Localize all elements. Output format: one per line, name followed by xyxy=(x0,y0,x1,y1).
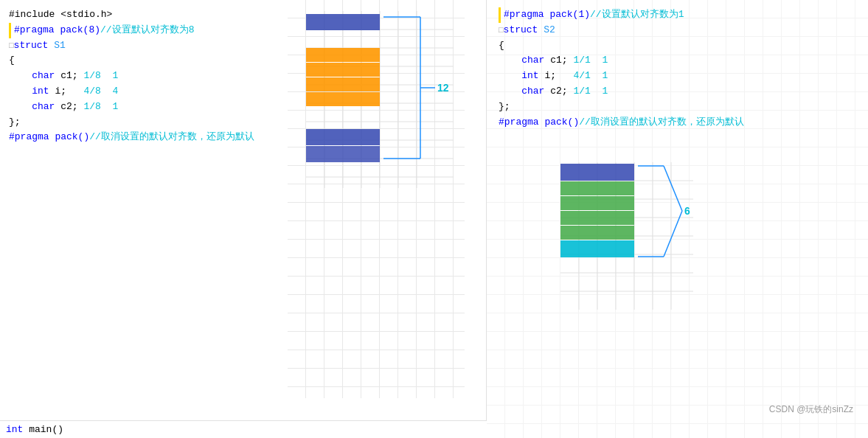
code-line-pragma2: #pragma pack()//取消设置的默认对齐数，还原为默认 xyxy=(9,130,477,145)
right-field-c2-name: c2; xyxy=(544,84,573,100)
code-line-brace-open: { xyxy=(9,53,477,69)
right-field-i-line: int i; 4/1 1 xyxy=(499,69,859,84)
right-pragma-kw2: #pragma pack() xyxy=(499,115,579,131)
field-c1-name: c1; xyxy=(55,69,83,84)
right-field-c2-indent xyxy=(499,84,521,100)
right-brace-close: }; xyxy=(499,100,510,115)
code-line-brace-close: }; xyxy=(9,115,477,131)
watermark: CSDN @玩铁的sinZz xyxy=(769,403,853,416)
right-brace-close-line: }; xyxy=(499,100,859,115)
right-pragma2-line: #pragma pack()//取消设置的默认对齐数，还原为默认 xyxy=(499,115,859,131)
right-panel: #pragma pack(1)//设置默认对齐数为1 □struct S2 { … xyxy=(487,0,868,438)
space1 xyxy=(48,38,54,54)
brace-open: { xyxy=(9,53,15,69)
int-keyword: int xyxy=(32,84,49,100)
code-line-struct: □struct S1 xyxy=(9,38,477,54)
brace-close: }; xyxy=(9,115,21,131)
right-char-kw2: char xyxy=(521,84,544,100)
right-int-kw: int xyxy=(521,69,538,84)
field-c2-name: c2; xyxy=(55,100,83,115)
left-panel: #include <stdio.h> #pragma pack(8)//设置默认… xyxy=(0,0,487,438)
code-line-field-i: int i; 4/8 4 xyxy=(9,84,477,100)
pragma-comment2: //取消设置的默认对齐数，还原为默认 xyxy=(89,130,254,145)
right-pragma1-line: #pragma pack(1)//设置默认对齐数为1 xyxy=(499,7,859,23)
main-container: #include <stdio.h> #pragma pack(8)//设置默认… xyxy=(0,0,868,438)
char-keyword2: char xyxy=(32,100,55,115)
right-struct-line: □struct S2 xyxy=(499,23,859,38)
right-pragma-kw1: #pragma pack(1) xyxy=(504,7,590,23)
field-c2-indent xyxy=(9,100,32,115)
field-i-info: 4/8 4 xyxy=(83,84,118,100)
right-pragma-comment1: //设置默认对齐数为1 xyxy=(590,7,684,23)
right-code-area: #pragma pack(1)//设置默认对齐数为1 □struct S2 { … xyxy=(487,0,868,136)
char-keyword1: char xyxy=(32,69,55,84)
right-struct-kw: struct xyxy=(504,23,538,38)
field-i-indent xyxy=(9,84,32,100)
right-c1-info: 1/1 1 xyxy=(573,53,608,69)
right-struct-s2-name: S2 xyxy=(544,23,555,38)
right-brace-open: { xyxy=(499,38,504,54)
collapse-icon: □ xyxy=(9,40,14,53)
include-text: #include <stdio.h> xyxy=(9,7,112,23)
right-i-info: 4/1 1 xyxy=(573,69,608,84)
right-field-c1-indent xyxy=(499,53,521,69)
bottom-main: main() xyxy=(23,424,63,435)
right-field-i-indent xyxy=(499,69,521,84)
right-space xyxy=(538,23,544,38)
field-i-name: i; xyxy=(49,84,84,100)
bottom-code-area: int main() xyxy=(0,420,487,438)
pragma-comment1: //设置默认对齐数为8 xyxy=(100,23,194,38)
right-char-kw1: char xyxy=(521,53,544,69)
right-field-c1-line: char c1; 1/1 1 xyxy=(499,53,859,69)
right-brace-open-line: { xyxy=(499,38,859,54)
struct-keyword: struct xyxy=(14,38,49,54)
bottom-int-keyword: int xyxy=(6,424,23,435)
field-c1-info: 1/8 1 xyxy=(83,69,118,84)
field-c2-info: 1/8 1 xyxy=(83,100,118,115)
field-c1 xyxy=(9,69,32,84)
watermark-text: CSDN @玩铁的sinZz xyxy=(769,404,853,414)
code-line-include: #include <stdio.h> xyxy=(9,7,477,23)
pragma-keyword2: #pragma pack() xyxy=(9,130,89,145)
right-field-c1-name: c1; xyxy=(544,53,573,69)
right-c2-info: 1/1 1 xyxy=(573,84,608,100)
code-line-pragma1: #pragma pack(8)//设置默认对齐数为8 xyxy=(9,23,477,38)
struct-s1-name: S1 xyxy=(54,38,66,54)
code-line-field-c2: char c2; 1/8 1 xyxy=(9,100,477,115)
pragma-keyword1: #pragma pack(8) xyxy=(14,23,100,38)
right-pragma-comment2: //取消设置的默认对齐数，还原为默认 xyxy=(579,115,744,131)
right-field-c2-line: char c2; 1/1 1 xyxy=(499,84,859,100)
code-line-field-c1: char c1; 1/8 1 xyxy=(9,69,477,84)
right-collapse-icon: □ xyxy=(499,24,504,38)
left-code-area: #include <stdio.h> #pragma pack(8)//设置默认… xyxy=(0,0,486,151)
right-field-i-name: i; xyxy=(539,69,574,84)
